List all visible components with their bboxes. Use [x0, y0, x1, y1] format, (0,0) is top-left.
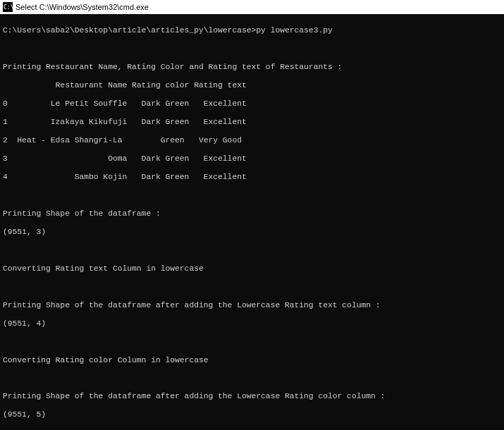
terminal-line: Converting Rating color Column in lowerc… — [3, 356, 501, 365]
terminal-line: Printing Shape of the dataframe : — [3, 209, 501, 219]
terminal-line: 1 Izakaya Kikufuji Dark Green Excellent — [3, 118, 501, 127]
svg-text:C:\: C:\ — [4, 4, 13, 11]
terminal-line: 2 Heat - Edsa Shangri-La Green Very Good — [3, 136, 501, 145]
title-bar-text: Select C:\Windows\System32\cmd.exe — [16, 3, 149, 11]
terminal-line: Converting Rating text Column in lowerca… — [3, 264, 501, 274]
terminal-line: (9551, 5) — [3, 410, 501, 419]
terminal-output[interactable]: C:\Users\saba2\Desktop\article\articles_… — [0, 14, 504, 430]
terminal-line: 3 Ooma Dark Green Excellent — [3, 154, 501, 164]
terminal-blank — [3, 374, 501, 383]
terminal-blank — [3, 338, 501, 347]
terminal-line: Printing Shape of the dataframe after ad… — [3, 301, 501, 310]
terminal-blank — [3, 246, 501, 255]
terminal-line: Restaurant Name Rating color Rating text — [3, 81, 501, 90]
terminal-line: Printing Shape of the dataframe after ad… — [3, 392, 501, 401]
terminal-line: (9551, 4) — [3, 319, 501, 328]
terminal-blank — [3, 44, 501, 54]
terminal-line: Printing Restaurant Name, Rating Color a… — [3, 63, 501, 72]
terminal-blank — [3, 283, 501, 292]
terminal-line: C:\Users\saba2\Desktop\article\articles_… — [3, 26, 501, 35]
terminal-line: 0 Le Petit Souffle Dark Green Excellent — [3, 99, 501, 109]
cmd-icon: C:\ — [3, 2, 13, 12]
terminal-blank — [3, 191, 501, 200]
title-bar[interactable]: C:\ Select C:\Windows\System32\cmd.exe — [0, 0, 504, 14]
terminal-line: (9551, 3) — [3, 228, 501, 237]
terminal-line: 4 Sambo Kojin Dark Green Excellent — [3, 173, 501, 182]
